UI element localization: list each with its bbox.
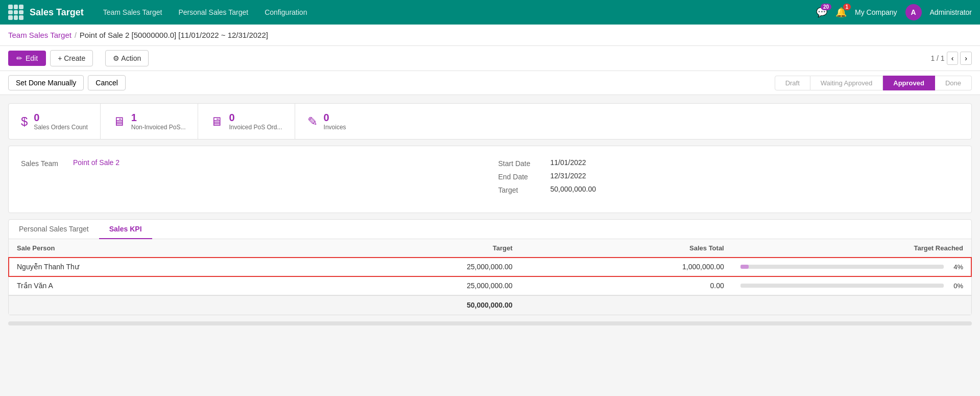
row-2-progress-label: 0%	[948, 282, 963, 290]
status-steps: Draft Waiting Approved Approved Done	[775, 76, 972, 90]
col-target-reached: Target Reached	[732, 239, 971, 258]
col-target: Target	[295, 239, 521, 258]
nav-personal-sales-target[interactable]: Personal Sales Target	[171, 4, 255, 20]
status-done[interactable]: Done	[935, 76, 972, 90]
row-1-name: Nguyễn Thanh Thư	[9, 258, 295, 276]
breadcrumb: Team Sales Target / Point of Sale 2 [500…	[0, 25, 980, 46]
end-date-value: 12/31/2022	[551, 172, 586, 180]
row-2-target: 25,000,000.00	[295, 276, 521, 296]
top-navigation: Sales Target Team Sales Target Personal …	[0, 0, 980, 25]
start-date-value: 11/01/2022	[551, 158, 586, 167]
next-page-button[interactable]: ›	[960, 52, 972, 65]
form-col-left: Sales Team Point of Sale 2	[21, 158, 482, 194]
avatar[interactable]: A	[905, 4, 922, 20]
row-2-sales-total: 0.00	[521, 276, 732, 296]
alert-count: 1	[843, 4, 851, 10]
stat-invoiced-pos[interactable]: 🖥 0 Invoiced PoS Ord...	[198, 104, 294, 139]
tabs-header: Personal Sales Target Sales KPI	[9, 220, 971, 239]
stat-invoiced-label: Invoiced PoS Ord...	[229, 124, 282, 131]
total-target: 50,000,000.00	[295, 295, 521, 315]
stat-sales-orders[interactable]: $ 0 Sales Orders Count	[9, 104, 100, 139]
target-group: Target 50,000,000.00	[498, 185, 960, 194]
create-label: + Create	[58, 54, 85, 62]
row-1-sales-total: 1,000,000.00	[521, 258, 732, 276]
total-row: 50,000,000.00	[9, 295, 971, 315]
tab-personal-sales-target[interactable]: Personal Sales Target	[9, 220, 99, 239]
prev-page-button[interactable]: ‹	[947, 52, 959, 65]
edit-label: Edit	[26, 54, 38, 62]
stat-non-invoiced-count: 1	[131, 112, 186, 124]
row-1-target: 25,000,000.00	[295, 258, 521, 276]
total-reached	[732, 295, 971, 315]
table-row[interactable]: Trần Văn A 25,000,000.00 0.00 0%	[9, 276, 971, 296]
stat-non-invoiced-label: Non-Invoiced PoS...	[131, 124, 186, 131]
nav-team-sales-target[interactable]: Team Sales Target	[96, 4, 170, 20]
target-value: 50,000,000.00	[551, 185, 596, 193]
target-label: Target	[498, 185, 544, 194]
nav-configuration[interactable]: Configuration	[257, 4, 314, 20]
form-section: Sales Team Point of Sale 2 Start Date 11…	[8, 146, 972, 213]
nav-right: 💬 20 🔔 1 My Company A Administrator	[816, 4, 972, 20]
action-bar: ✏ Edit + Create ⚙ Action 1 / 1 ‹ ›	[0, 46, 980, 71]
table-row[interactable]: Nguyễn Thanh Thư 25,000,000.00 1,000,000…	[9, 258, 971, 276]
table-wrap: Sale Person Target Sales Total Target Re…	[9, 239, 971, 315]
col-sales-total: Sales Total	[521, 239, 732, 258]
sales-team-value[interactable]: Point of Sale 2	[73, 158, 119, 167]
progress-bar-bg-2	[740, 284, 944, 288]
stats-row: $ 0 Sales Orders Count 🖥 1 Non-Invoiced …	[8, 103, 972, 139]
app-grid-icon[interactable]	[8, 5, 23, 20]
message-count: 20	[821, 4, 831, 10]
set-done-manually-button[interactable]: Set Done Manually	[8, 75, 84, 90]
stat-sales-orders-count: 0	[34, 112, 87, 124]
horizontal-scrollbar[interactable]	[8, 321, 972, 325]
total-name	[9, 295, 295, 315]
end-date-group: End Date 12/31/2022	[498, 172, 960, 181]
action-label: ⚙ Action	[113, 54, 141, 62]
start-date-group: Start Date 11/01/2022	[498, 158, 960, 168]
row-1-target-reached: 4%	[732, 258, 971, 276]
tab-sales-kpi[interactable]: Sales KPI	[99, 220, 152, 239]
monitor-icon-1: 🖥	[113, 114, 125, 129]
progress-bar-fill-1	[740, 265, 749, 269]
row-1-progress-label: 4%	[948, 263, 963, 271]
invoice-icon: ✎	[307, 114, 318, 129]
alerts-button[interactable]: 🔔 1	[835, 7, 847, 18]
stat-invoices-label: Invoices	[324, 124, 346, 131]
form-row-1: Sales Team Point of Sale 2 Start Date 11…	[21, 158, 959, 194]
sales-table: Sale Person Target Sales Total Target Re…	[9, 239, 971, 315]
app-title: Sales Target	[30, 7, 84, 18]
company-name[interactable]: My Company	[855, 8, 897, 16]
status-bar: Set Done Manually Cancel Draft Waiting A…	[0, 71, 980, 95]
stat-non-invoiced-pos[interactable]: 🖥 1 Non-Invoiced PoS...	[100, 104, 198, 139]
dollar-icon: $	[21, 114, 28, 129]
stat-invoices[interactable]: ✎ 0 Invoices	[295, 104, 358, 139]
total-sales	[521, 295, 732, 315]
stat-sales-orders-label: Sales Orders Count	[34, 124, 87, 131]
breadcrumb-separator: /	[75, 31, 77, 39]
col-sale-person: Sale Person	[9, 239, 295, 258]
row-2-target-reached: 0%	[732, 276, 971, 296]
breadcrumb-current: Point of Sale 2 [50000000.0] [11/01/2022…	[80, 31, 268, 39]
nav-links: Team Sales Target Personal Sales Target …	[96, 4, 816, 20]
status-approved[interactable]: Approved	[883, 76, 935, 90]
create-button[interactable]: + Create	[50, 50, 93, 66]
status-waiting-approved[interactable]: Waiting Approved	[810, 76, 883, 90]
admin-name[interactable]: Administrator	[930, 8, 972, 16]
row-2-name: Trần Văn A	[9, 276, 295, 296]
stat-invoices-count: 0	[324, 112, 346, 124]
form-col-right: Start Date 11/01/2022 End Date 12/31/202…	[498, 158, 960, 194]
stat-invoiced-count: 0	[229, 112, 282, 124]
cancel-button[interactable]: Cancel	[88, 75, 126, 90]
pagination-text: 1 / 1	[930, 54, 944, 62]
action-button[interactable]: ⚙ Action	[105, 50, 149, 66]
progress-bar-bg-1	[740, 265, 944, 269]
messages-button[interactable]: 💬 20	[816, 7, 827, 18]
breadcrumb-parent[interactable]: Team Sales Target	[8, 31, 71, 39]
start-date-label: Start Date	[498, 158, 544, 168]
edit-button[interactable]: ✏ Edit	[8, 51, 46, 66]
sales-team-group: Sales Team Point of Sale 2	[21, 158, 482, 168]
end-date-label: End Date	[498, 172, 544, 181]
main-content: $ 0 Sales Orders Count 🖥 1 Non-Invoiced …	[0, 95, 980, 334]
edit-icon: ✏	[16, 54, 22, 62]
status-draft[interactable]: Draft	[775, 76, 810, 90]
